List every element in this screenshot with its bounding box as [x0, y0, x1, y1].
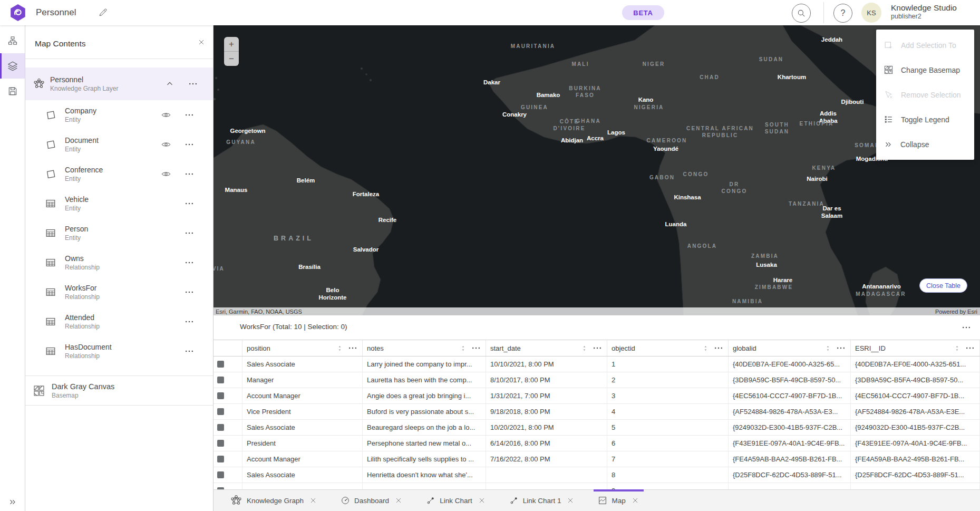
layer-item-text: DocumentEntity — [65, 136, 158, 153]
sort-arrows-icon[interactable] — [824, 345, 831, 352]
table-row[interactable]: PresidentPersephone started new metal o.… — [213, 436, 980, 451]
table-row[interactable]: ManagerLauretta has been with the comp..… — [213, 372, 980, 388]
row-checkbox[interactable] — [217, 440, 224, 447]
visibility-eye-icon[interactable] — [158, 169, 174, 179]
tab-dashboard[interactable]: Dashboard — [333, 490, 410, 511]
table-row[interactable]: 9 — [213, 483, 980, 489]
tab-close-icon[interactable] — [566, 496, 575, 505]
user-avatar[interactable]: KS — [861, 3, 881, 23]
legend-icon — [884, 114, 894, 124]
layer-item-worksfor[interactable]: WorksForRelationship — [25, 277, 213, 307]
layer-item-ellipsis-icon[interactable] — [182, 257, 196, 268]
column-ellipsis-icon[interactable] — [836, 343, 846, 353]
column-ellipsis-icon[interactable] — [347, 343, 358, 353]
basemap-item[interactable]: Dark Gray Canvas Basemap — [25, 376, 213, 406]
sort-arrows-icon[interactable] — [460, 345, 467, 352]
table-row[interactable]: Account ManagerLilith specifically sells… — [213, 451, 980, 467]
row-checkbox[interactable] — [217, 471, 224, 478]
sort-arrows-icon[interactable] — [581, 345, 588, 352]
cell-start_date: 10/10/2021, 8:00 PM — [486, 356, 607, 372]
table-row[interactable]: Sales AssociateHenrietta doesn't know wh… — [213, 467, 980, 483]
tab-close-icon[interactable] — [478, 496, 486, 505]
table-body: Sales AssociateLarry joined the company … — [213, 356, 980, 489]
search-button[interactable] — [792, 4, 811, 23]
table-row[interactable]: Account ManagerAngie does a great job br… — [213, 388, 980, 404]
sort-arrows-icon[interactable] — [336, 345, 343, 352]
column-ellipsis-icon[interactable] — [471, 343, 481, 353]
rail-button-hierarchy[interactable] — [0, 28, 25, 53]
row-checkbox[interactable] — [217, 392, 224, 399]
table-row[interactable]: Sales AssociateLarry joined the company … — [213, 356, 980, 372]
tab-close-icon[interactable] — [631, 496, 639, 505]
sort-arrows-icon[interactable] — [702, 345, 709, 352]
layer-item-ellipsis-icon[interactable] — [182, 110, 196, 120]
rail-expand-button[interactable] — [0, 497, 25, 507]
view-tab-bar: Knowledge GraphDashboardLink ChartLink C… — [213, 489, 980, 511]
layer-item-company[interactable]: CompanyEntity — [25, 100, 213, 130]
save-icon — [7, 86, 18, 97]
cell-start_date — [486, 483, 607, 489]
layer-item-vehicle[interactable]: VehicleEntity — [25, 189, 213, 218]
cell-position: Sales Associate — [242, 356, 363, 372]
layer-item-ellipsis-icon[interactable] — [182, 139, 196, 150]
tab-label: Map — [612, 497, 625, 505]
zoom-out-button[interactable]: − — [224, 52, 239, 66]
layer-item-ellipsis-icon[interactable] — [182, 169, 196, 179]
edit-title-pencil-icon[interactable] — [98, 7, 108, 17]
row-checkbox[interactable] — [217, 424, 224, 431]
account-info[interactable]: Knowledge Studio publisher2 — [891, 3, 957, 21]
map-canvas[interactable]: JeddahDakarBamakoKanoConakryLagosAccraAb… — [213, 25, 980, 315]
tab-link-chart-1[interactable]: Link Chart 1 — [502, 490, 583, 511]
layer-item-person[interactable]: PersonEntity — [25, 218, 213, 248]
tab-link-chart[interactable]: Link Chart — [419, 490, 493, 511]
column-label: notes — [367, 344, 460, 352]
menu-item-legend[interactable]: Toggle Legend — [876, 107, 974, 132]
rail-button-save[interactable] — [0, 79, 25, 104]
table-row[interactable]: Vice PresidentBuford is very passionate … — [213, 404, 980, 420]
layer-item-document[interactable]: DocumentEntity — [25, 130, 213, 159]
panel-close-icon[interactable] — [197, 38, 206, 46]
column-ellipsis-icon[interactable] — [713, 343, 724, 353]
help-button[interactable]: ? — [833, 4, 852, 23]
layer-item-conference[interactable]: ConferenceEntity — [25, 159, 213, 189]
table-options-ellipsis-icon[interactable] — [961, 322, 972, 333]
rail-button-layers[interactable] — [0, 53, 25, 79]
tab-close-icon[interactable] — [394, 496, 403, 505]
layer-group-personnel[interactable]: Personnel Knowledge Graph Layer — [25, 68, 213, 100]
tab-knowledge-graph[interactable]: Knowledge Graph — [222, 490, 325, 511]
column-ellipsis-icon[interactable] — [965, 343, 975, 353]
visibility-eye-icon[interactable] — [158, 110, 174, 120]
row-checkbox[interactable] — [217, 456, 224, 462]
close-table-button[interactable]: Close Table — [919, 278, 967, 293]
layer-item-ellipsis-icon[interactable] — [182, 346, 196, 356]
row-checkbox[interactable] — [217, 377, 224, 383]
tab-close-icon[interactable] — [309, 496, 317, 505]
layer-group-ellipsis-icon[interactable] — [186, 79, 200, 89]
menu-item-basemap[interactable]: Change Basemap — [876, 57, 974, 82]
basemap-type: Basemap — [52, 392, 205, 399]
map-contents-panel: Map Contents Personnel Knowledge Graph L… — [25, 25, 214, 511]
layer-item-hasdocument[interactable]: HasDocumentRelationship — [25, 336, 213, 366]
sort-arrows-icon[interactable] — [954, 345, 960, 352]
app-logo-icon[interactable] — [9, 4, 27, 22]
table-row[interactable]: Sales AssociateBeauregard sleeps on the … — [213, 420, 980, 436]
cell-objectid: 6 — [607, 436, 729, 451]
layer-group-type: Knowledge Graph Layer — [50, 85, 165, 92]
layer-item-ellipsis-icon[interactable] — [182, 228, 196, 238]
column-ellipsis-icon[interactable] — [592, 343, 603, 353]
menu-item-collapse[interactable]: Collapse — [876, 132, 974, 157]
row-checkbox[interactable] — [217, 408, 224, 415]
cell-objectid: 9 — [607, 483, 729, 489]
tab-map[interactable]: Map — [590, 490, 646, 511]
layer-item-ellipsis-icon[interactable] — [182, 316, 196, 327]
layer-item-owns[interactable]: OwnsRelationship — [25, 248, 213, 277]
table-icon — [45, 227, 56, 239]
layer-item-attended[interactable]: AttendedRelationship — [25, 307, 213, 336]
layer-item-ellipsis-icon[interactable] — [182, 287, 196, 297]
collapse-chevron-up-icon[interactable] — [165, 79, 174, 89]
table-header-globalid: globalid — [729, 340, 851, 356]
zoom-in-button[interactable]: + — [224, 37, 239, 52]
row-checkbox[interactable] — [217, 361, 224, 368]
layer-item-ellipsis-icon[interactable] — [182, 198, 196, 209]
visibility-eye-icon[interactable] — [158, 139, 174, 150]
